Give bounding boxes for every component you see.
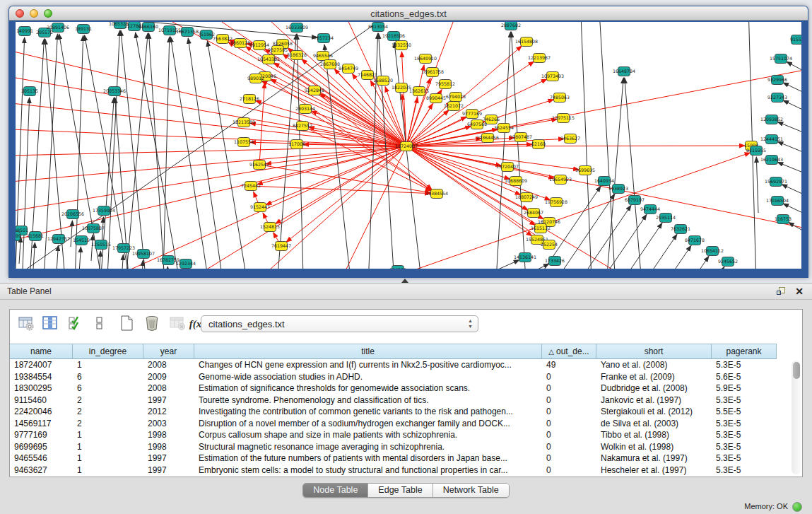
table-cell[interactable]: 0 (542, 395, 596, 407)
select-columns-icon[interactable] (66, 315, 85, 333)
network-edge[interactable] (16, 146, 406, 185)
vertical-scrollbar[interactable] (792, 361, 801, 474)
column-header-out_de[interactable]: △out_de... (542, 344, 596, 359)
table-cell[interactable]: Investigating the contribution of common… (194, 406, 542, 418)
table-cell[interactable]: Hescheler et al. (1997) (596, 465, 712, 477)
network-edge[interactable] (33, 243, 35, 269)
network-edge[interactable] (777, 162, 801, 175)
network-edge[interactable] (635, 245, 691, 269)
table-cell[interactable]: 6 (73, 371, 143, 383)
network-edge[interactable] (261, 81, 406, 146)
network-edge[interactable] (124, 33, 148, 269)
network-edge[interactable] (106, 30, 120, 269)
row-height-icon[interactable] (90, 315, 109, 333)
column-header-pagerank[interactable]: pagerank (712, 344, 777, 359)
table-row[interactable]: 969969511998Structural magnetic resonanc… (10, 441, 788, 453)
table-cell[interactable]: 1997 (143, 452, 194, 465)
table-cell[interactable]: 0 (542, 452, 596, 465)
table-row[interactable]: 1938455462009Genome-wide association stu… (10, 371, 788, 383)
network-edge[interactable] (188, 38, 226, 269)
table-cell[interactable]: 2012 (143, 406, 194, 418)
table-settings-icon[interactable] (17, 315, 35, 333)
close-panel-icon[interactable]: ✕ (795, 286, 804, 297)
network-edge[interactable] (396, 153, 751, 269)
network-edge[interactable] (19, 237, 20, 264)
column-header-year[interactable]: year (143, 344, 194, 359)
network-edge[interactable] (406, 146, 579, 170)
scrollbar-thumb[interactable] (793, 362, 800, 379)
table-cell[interactable]: 0 (542, 406, 596, 418)
table-cell[interactable]: Tourette syndrome. Phenomenology and cla… (194, 395, 542, 407)
table-cell[interactable]: Disruption of a novel member of a sodium… (194, 418, 542, 430)
network-edge[interactable] (259, 83, 264, 165)
network-edge[interactable] (276, 34, 296, 269)
network-edge[interactable] (21, 98, 30, 269)
memory-status-indicator[interactable] (792, 502, 802, 512)
table-cell[interactable]: 0 (542, 441, 596, 453)
table-cell[interactable]: 2 (73, 418, 143, 430)
tab-network-table[interactable]: Network Table (433, 484, 509, 497)
network-edge[interactable] (163, 37, 170, 269)
network-edge[interactable] (783, 83, 801, 95)
table-cell[interactable]: 2 (73, 406, 143, 418)
network-edge[interactable] (166, 267, 167, 269)
table-cell[interactable]: Estimation of the future numbers of pati… (194, 452, 542, 465)
table-row[interactable]: 911546021997Tourette syndrome. Phenomeno… (10, 395, 788, 407)
table-cell[interactable]: Stergiakouli et al. (2012) (596, 406, 712, 418)
table-cell[interactable]: Dudbridge et al. (2008) (596, 382, 712, 395)
network-edge[interactable] (466, 260, 519, 269)
network-edge[interactable] (625, 78, 642, 269)
table-select-dropdown[interactable]: citations_edges.txt ▲▼ (201, 315, 478, 332)
network-edge[interactable] (57, 245, 58, 269)
network-edge[interactable] (170, 37, 212, 269)
table-cell[interactable]: 14569117 (10, 418, 73, 430)
network-edge[interactable] (324, 45, 353, 269)
table-cell[interactable]: 9777169 (10, 429, 73, 441)
table-row[interactable]: 946554611997Estimation of the future num… (10, 452, 788, 465)
table-cell[interactable]: Embryonic stem cells: a model to study s… (194, 465, 542, 477)
table-cell[interactable]: Tibbo et al. (1998) (596, 429, 712, 441)
network-edge[interactable] (575, 205, 631, 269)
table-cell[interactable]: 0 (542, 418, 596, 430)
table-cell[interactable]: Structural magnetic resonance image aver… (194, 441, 542, 453)
table-cell[interactable]: 5.3E-5 (712, 465, 777, 477)
network-edge[interactable] (136, 33, 184, 269)
table-cell[interactable]: 9465546 (10, 452, 73, 465)
column-header-name[interactable]: name (10, 344, 73, 359)
tab-node-table[interactable]: Node Table (303, 484, 368, 497)
table-cell[interactable]: 9115460 (10, 395, 73, 407)
table-cell[interactable]: Yano et al. (2008) (596, 359, 712, 371)
network-edge[interactable] (406, 146, 801, 234)
table-cell[interactable]: 2009 (143, 371, 194, 383)
network-edge[interactable] (777, 122, 801, 135)
table-cell[interactable]: Corpus callosum shape and size in male p… (194, 429, 542, 441)
network-edge[interactable] (756, 157, 758, 213)
table-cell[interactable]: 5.9E-5 (712, 382, 777, 395)
table-cell[interactable]: 2 (73, 395, 143, 407)
network-edge[interactable] (558, 194, 615, 269)
network-edge[interactable] (149, 33, 166, 269)
network-edge[interactable] (783, 100, 801, 113)
table-cell[interactable]: 0 (542, 429, 596, 441)
network-edge[interactable] (59, 34, 106, 269)
table-cell[interactable]: 5.3E-5 (712, 441, 777, 453)
network-edge[interactable] (265, 76, 432, 190)
table-row[interactable]: 946362711997Embryonic stem cells: a mode… (10, 465, 788, 477)
network-edge[interactable] (79, 247, 81, 269)
network-edge[interactable] (122, 255, 123, 269)
table-cell[interactable]: 1998 (143, 429, 194, 441)
table-cell[interactable]: 0 (542, 382, 596, 395)
table-cell[interactable]: 1997 (143, 465, 194, 477)
table-cell[interactable]: 0 (542, 371, 596, 383)
network-edge[interactable] (16, 128, 406, 146)
table-cell[interactable]: 5.5E-5 (712, 406, 777, 418)
table-cell[interactable]: 1997 (143, 395, 194, 407)
network-edge[interactable] (495, 264, 549, 269)
table-cell[interactable]: 18724007 (10, 359, 73, 371)
network-edge[interactable] (74, 35, 83, 269)
network-edge[interactable] (406, 98, 418, 146)
table-row[interactable]: 1456911722003Disruption of a novel membe… (10, 418, 788, 430)
table-row[interactable]: 1872400712008Changes of HCN gene express… (10, 359, 788, 371)
network-edge[interactable] (71, 221, 72, 247)
table-cell[interactable]: Jankovic et al. (1997) (596, 395, 712, 407)
